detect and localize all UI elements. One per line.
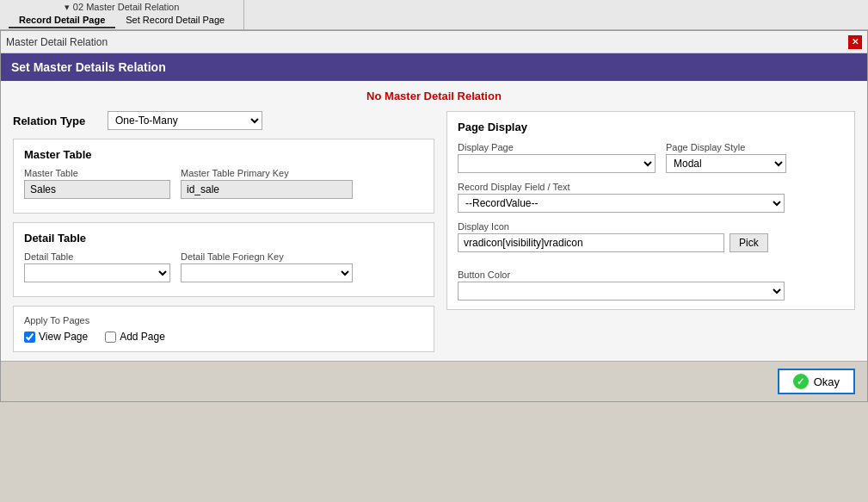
- relation-type-label: Relation Type: [13, 115, 99, 127]
- record-display-select[interactable]: --RecordValue--: [458, 194, 785, 213]
- relation-type-row: Relation Type One-To-Many One-To-One: [13, 111, 434, 130]
- master-primary-key-label: Master Table Primary Key: [181, 168, 353, 178]
- display-page-group: Display Page: [458, 142, 656, 173]
- tab-group-arrow: ▾: [65, 2, 70, 13]
- okay-label: Okay: [814, 375, 840, 388]
- okay-checkmark: ✓: [797, 376, 804, 387]
- relation-type-select[interactable]: One-To-Many One-To-One: [108, 111, 262, 130]
- add-page-checkbox[interactable]: [105, 332, 116, 343]
- main-dialog: Master Detail Relation ✕ Set Master Deta…: [0, 30, 868, 402]
- page-display-style-label: Page Display Style: [666, 142, 786, 152]
- record-display-group: Record Display Field / Text --RecordValu…: [458, 182, 844, 213]
- okay-checkmark-icon: ✓: [793, 374, 809, 389]
- record-display-label: Record Display Field / Text: [458, 182, 844, 192]
- master-table-field-row: Master Table Master Table Primary Key: [24, 168, 423, 199]
- apply-to-pages-section: Apply To Pages View Page Add Page: [13, 306, 434, 352]
- master-table-section: Master Table Master Table Master Table P…: [13, 139, 434, 214]
- right-panel: Page Display Display Page Page Display S…: [446, 111, 855, 352]
- detail-table-select[interactable]: [24, 263, 170, 282]
- tab-record-detail[interactable]: Record Detail Page: [9, 13, 115, 28]
- dialog-header: Set Master Details Relation: [1, 53, 867, 81]
- tab-bar: ▾ 02 Master Detail Relation Record Detai…: [0, 0, 868, 30]
- page-display-title: Page Display: [458, 121, 844, 133]
- button-color-label: Button Color: [458, 270, 844, 280]
- tab-items: Record Detail Page Set Record Detail Pag…: [9, 13, 235, 28]
- detail-table-section: Detail Table Detail Table Detail Table F…: [13, 222, 434, 297]
- detail-foreign-key-label: Detail Table Foriegn Key: [181, 251, 353, 262]
- button-color-select[interactable]: [458, 282, 785, 301]
- tab-set-record-detail[interactable]: Set Record Detail Page: [115, 13, 235, 28]
- page-display-style-group: Page Display Style Modal Inline Popup: [666, 142, 786, 173]
- master-table-input[interactable]: [24, 180, 170, 199]
- master-primary-key-input[interactable]: [181, 180, 353, 199]
- master-table-field-group: Master Table: [24, 168, 170, 199]
- detail-table-field-row: Detail Table Detail Table Foriegn Key: [24, 251, 423, 282]
- left-panel: Relation Type One-To-Many One-To-One Mas…: [13, 111, 434, 352]
- view-page-checkbox[interactable]: [24, 332, 35, 343]
- dialog-header-label: Set Master Details Relation: [11, 60, 166, 74]
- detail-table-label: Detail Table: [24, 251, 170, 262]
- detail-table-field-group: Detail Table: [24, 251, 170, 282]
- detail-foreign-key-select[interactable]: [181, 263, 353, 282]
- no-relation-notice: No Master Detail Relation: [13, 90, 855, 102]
- display-icon-input[interactable]: [458, 233, 724, 252]
- window-title: Master Detail Relation: [6, 36, 108, 48]
- tab-group-header: ▾ 02 Master Detail Relation: [65, 2, 180, 13]
- view-page-checkbox-item[interactable]: View Page: [24, 331, 88, 343]
- display-icon-label: Display Icon: [458, 221, 844, 232]
- add-page-label: Add Page: [120, 331, 165, 343]
- display-icon-group: Display Icon Pick: [458, 221, 844, 261]
- pick-button[interactable]: Pick: [729, 233, 768, 252]
- tab-group: ▾ 02 Master Detail Relation Record Detai…: [0, 0, 244, 29]
- display-page-label: Display Page: [458, 142, 656, 152]
- button-color-group: Button Color: [458, 270, 844, 301]
- dialog-body: No Master Detail Relation Relation Type …: [1, 81, 867, 361]
- detail-table-title: Detail Table: [24, 232, 423, 245]
- footer: ✓ Okay: [1, 361, 867, 401]
- page-display-style-select[interactable]: Modal Inline Popup: [666, 154, 786, 173]
- tab-group-label: 02 Master Detail Relation: [73, 2, 180, 12]
- panels: Relation Type One-To-Many One-To-One Mas…: [13, 111, 855, 352]
- master-table-label: Master Table: [24, 168, 170, 178]
- checkbox-row: View Page Add Page: [24, 331, 423, 343]
- master-primary-key-field-group: Master Table Primary Key: [181, 168, 353, 199]
- page-display-section: Page Display Display Page Page Display S…: [446, 111, 855, 310]
- apply-to-pages-title: Apply To Pages: [24, 315, 423, 325]
- display-icon-row: Pick: [458, 233, 844, 252]
- master-table-title: Master Table: [24, 148, 423, 161]
- display-page-select[interactable]: [458, 154, 656, 173]
- window-titlebar: Master Detail Relation ✕: [1, 31, 867, 53]
- view-page-label: View Page: [39, 331, 88, 343]
- display-page-row: Display Page Page Display Style Modal In…: [458, 142, 844, 173]
- detail-foreign-key-field-group: Detail Table Foriegn Key: [181, 251, 353, 282]
- add-page-checkbox-item[interactable]: Add Page: [105, 331, 165, 343]
- okay-button[interactable]: ✓ Okay: [778, 369, 855, 394]
- close-button[interactable]: ✕: [848, 35, 862, 49]
